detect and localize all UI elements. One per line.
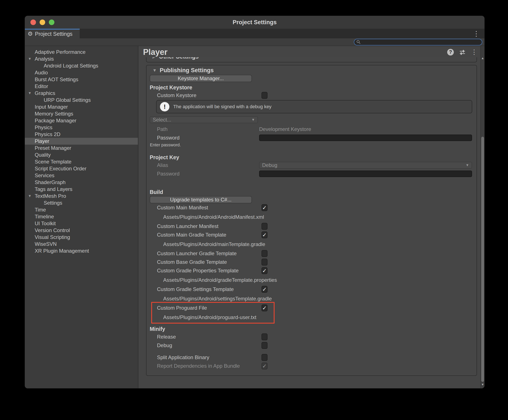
sidebar-item-preset-manager[interactable]: Preset Manager	[25, 145, 138, 151]
minify-rows: ReleaseDebugSplit Application BinaryRepo…	[147, 333, 477, 370]
setting-label: Custom Launcher Gradle Template	[157, 250, 237, 256]
sidebar-item-textmesh-pro[interactable]: ▼TextMesh Pro	[25, 193, 138, 200]
presets-icon[interactable]	[459, 49, 466, 55]
debug-checkbox[interactable]	[262, 342, 267, 349]
custom-main-manifest-checkbox[interactable]	[262, 204, 267, 211]
sidebar-item-settings[interactable]: Settings	[25, 200, 138, 206]
search-input[interactable]	[361, 39, 482, 45]
template-path-row: Assets/Plugins/Android/AndroidManifest.x…	[147, 212, 477, 222]
sidebar-item-script-execution-order[interactable]: Script Execution Order	[25, 165, 138, 172]
vertical-scrollbar[interactable]: ▲ ▼	[480, 46, 485, 388]
sidebar-item-ui-toolkit[interactable]: UI Toolkit	[25, 220, 138, 227]
chevron-down-icon: ▼	[251, 118, 255, 122]
custom-launcher-manifest-checkbox[interactable]	[262, 223, 267, 230]
setting-row-custom-gradle-settings-template: Custom Gradle Settings Template	[147, 285, 477, 293]
sidebar-item-burst-aot-settings[interactable]: Burst AOT Settings	[25, 76, 138, 83]
split-application-binary-checkbox[interactable]	[262, 354, 267, 361]
setting-row-report-dependencies-in-app-bundle: Report Dependencies in App Bundle	[147, 362, 477, 370]
sidebar-item-package-manager[interactable]: Package Manager	[25, 117, 138, 124]
sidebar-item-label: Version Control	[35, 227, 70, 233]
search-field[interactable]	[354, 39, 482, 45]
kebab-menu-icon[interactable]: ⋮	[473, 30, 480, 37]
scrollbar-thumb[interactable]	[481, 137, 484, 382]
zoom-window-button[interactable]	[49, 20, 54, 25]
help-icon[interactable]: ?	[447, 49, 454, 55]
project-keystore-header: Project Keystore	[150, 84, 477, 91]
key-password-input[interactable]	[259, 171, 472, 177]
custom-gradle-settings-template-checkbox[interactable]	[262, 286, 267, 293]
build-header: Build	[150, 188, 477, 196]
sidebar-item-quality[interactable]: Quality	[25, 151, 138, 158]
sidebar-item-time[interactable]: Time	[25, 206, 138, 213]
tab-project-settings[interactable]: ⚙ Project Settings	[25, 29, 80, 38]
alias-dropdown[interactable]: Debug ▼	[259, 162, 472, 169]
publishing-settings-header-row[interactable]: ▼ Publishing Settings	[147, 65, 477, 74]
keystore-manager-button[interactable]: Keystore Manager...	[150, 75, 252, 82]
upgrade-templates-button[interactable]: Upgrade templates to C#...	[150, 196, 252, 203]
release-checkbox[interactable]	[262, 333, 267, 340]
sidebar-item-android-logcat-settings[interactable]: Android Logcat Settings	[25, 62, 138, 69]
custom-proguard-file-checkbox[interactable]	[262, 305, 267, 311]
kebab-menu-icon[interactable]: ⋮	[471, 49, 477, 55]
foldout-triangle-icon[interactable]: ▼	[27, 91, 33, 95]
sidebar-item-version-control[interactable]: Version Control	[25, 227, 138, 234]
setting-row-custom-launcher-gradle-template: Custom Launcher Gradle Template	[147, 249, 477, 258]
sidebar-item-xr-plugin-management[interactable]: XR Plugin Management	[25, 248, 138, 254]
sidebar-item-timeline[interactable]: Timeline	[25, 213, 138, 220]
sidebar-item-label: Analysis	[35, 56, 54, 62]
setting-row-custom-proguard-file: Custom Proguard File	[147, 304, 477, 312]
sidebar-item-input-manager[interactable]: Input Manager	[25, 104, 138, 110]
search-icon	[356, 40, 361, 44]
sidebar-item-scene-template[interactable]: Scene Template	[25, 158, 138, 165]
other-settings-section[interactable]: ▶ Other Settings	[146, 57, 477, 62]
setting-label: Custom Proguard File	[157, 305, 207, 311]
sidebar-item-label: TextMesh Pro	[35, 193, 66, 199]
custom-base-gradle-template-checkbox[interactable]	[262, 259, 267, 265]
keystore-password-input[interactable]	[259, 135, 472, 141]
sidebar-item-editor[interactable]: Editor	[25, 83, 138, 90]
scroll-down-arrow-icon[interactable]: ▼	[481, 383, 485, 386]
sidebar-item-audio[interactable]: Audio	[25, 69, 138, 76]
custom-launcher-gradle-template-checkbox[interactable]	[262, 250, 267, 257]
foldout-triangle-icon[interactable]: ▼	[27, 194, 33, 198]
sidebar-item-label: Audio	[35, 70, 48, 76]
publishing-settings-section: ▼ Publishing Settings Keystore Manager..…	[146, 65, 477, 376]
custom-keystore-checkbox[interactable]	[262, 92, 267, 99]
sidebar-item-shadergraph[interactable]: ShaderGraph	[25, 179, 138, 186]
close-window-button[interactable]	[30, 20, 36, 25]
toolbar	[25, 38, 485, 46]
keystore-select-dropdown[interactable]: Select... ▼	[150, 116, 258, 123]
sidebar-item-label: XR Plugin Management	[35, 248, 89, 254]
titlebar: Project Settings	[25, 16, 485, 29]
sidebar-item-label: Graphics	[35, 90, 55, 96]
minimize-window-button[interactable]	[40, 20, 45, 25]
sidebar-item-label: WiseSVN	[35, 241, 57, 247]
sidebar-item-tags-and-layers[interactable]: Tags and Layers	[25, 186, 138, 193]
custom-main-gradle-template-checkbox[interactable]	[262, 232, 267, 238]
scroll-up-arrow-icon[interactable]: ▲	[481, 56, 485, 60]
sidebar-item-wisesvn[interactable]: WiseSVN	[25, 241, 138, 248]
custom-gradle-properties-template-checkbox[interactable]	[262, 267, 267, 274]
sidebar-item-physics[interactable]: Physics	[25, 124, 138, 131]
sidebar-item-visual-scripting[interactable]: Visual Scripting	[25, 234, 138, 241]
sidebar-item-urp-global-settings[interactable]: URP Global Settings	[25, 97, 138, 104]
sidebar-item-memory-settings[interactable]: Memory Settings	[25, 110, 138, 117]
sidebar-item-adaptive-performance[interactable]: Adaptive Performance	[25, 49, 138, 55]
sidebar-item-analysis[interactable]: ▼Analysis	[25, 55, 138, 62]
sidebar-item-physics-2d[interactable]: Physics 2D	[25, 131, 138, 138]
setting-row-custom-gradle-properties-template: Custom Gradle Properties Template	[147, 266, 477, 275]
foldout-triangle-icon[interactable]: ▼	[27, 57, 33, 61]
report-dependencies-in-app-bundle-checkbox	[262, 363, 267, 369]
content-main: Player ? ⋮ ▶	[138, 46, 480, 388]
sidebar-item-label: Timeline	[35, 214, 54, 220]
sidebar-item-player[interactable]: Player	[25, 138, 138, 145]
settings-scrollview: ▶ Other Settings ▼ Publishing Settings K…	[138, 57, 480, 388]
sidebar-item-graphics[interactable]: ▼Graphics	[25, 90, 138, 97]
setting-label: Custom Main Manifest	[157, 205, 208, 211]
sidebar-item-label: Time	[35, 207, 46, 213]
row-gap	[147, 350, 477, 353]
chevron-right-icon: ▶	[153, 57, 156, 59]
page-title: Player	[143, 48, 168, 56]
setting-row-debug: Debug	[147, 341, 477, 350]
sidebar-item-services[interactable]: Services	[25, 172, 138, 179]
